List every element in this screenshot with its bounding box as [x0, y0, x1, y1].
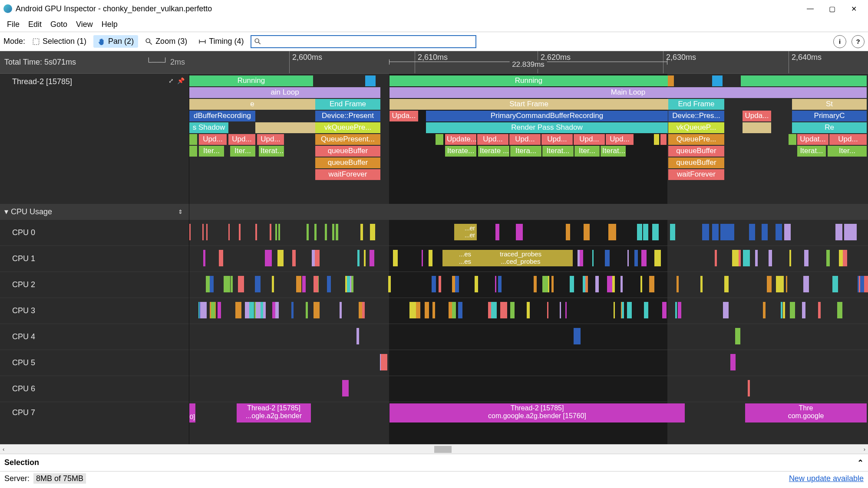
cpu-slice[interactable]: [662, 302, 667, 318]
cpu4-header[interactable]: CPU 4: [0, 324, 189, 350]
trace-slice[interactable]: [365, 75, 376, 86]
cpu-slice[interactable]: [565, 302, 567, 318]
cpu-slice[interactable]: [270, 224, 271, 240]
cpu-slice[interactable]: [713, 224, 719, 240]
cpu-slice[interactable]: [763, 302, 766, 318]
cpu5-header[interactable]: CPU 5: [0, 350, 189, 376]
timeline-content[interactable]: RunningRunningain LoopMain LoopeEnd Fram…: [189, 74, 868, 444]
cpu-slice[interactable]: [578, 250, 580, 266]
cpu-slice[interactable]: [265, 250, 272, 266]
cpu-slice[interactable]: [231, 276, 233, 292]
cpu-lane[interactable]: [189, 276, 868, 294]
trace-slice[interactable]: Upd...: [228, 134, 255, 145]
collapse-icon[interactable]: ⤢: [168, 77, 174, 84]
expand-icon[interactable]: ⇕: [178, 209, 183, 215]
cpu7-header[interactable]: CPU 7: [0, 402, 189, 423]
trace-slice[interactable]: Render Pass Shadow: [426, 122, 668, 133]
cpu-slice[interactable]: [256, 302, 261, 318]
mode-zoom[interactable]: Zoom (3): [141, 35, 191, 48]
cpu-usage-section[interactable]: ▾CPU Usage ⇕: [0, 204, 189, 219]
cpu-slice[interactable]: [640, 276, 642, 292]
horizontal-scrollbar[interactable]: ‹ ›: [0, 444, 868, 454]
cpu-slice[interactable]: [302, 276, 306, 292]
trace-slice[interactable]: [668, 75, 674, 86]
trace-slice[interactable]: [660, 134, 667, 145]
cpu-slice[interactable]: [296, 276, 301, 292]
mode-selection[interactable]: Selection (1): [28, 35, 91, 48]
help-button[interactable]: ?: [851, 35, 865, 48]
cpu-slice[interactable]: [202, 224, 204, 240]
trace-slice[interactable]: QueuePre...: [668, 134, 724, 145]
cpu-slice[interactable]: [802, 302, 805, 318]
cpu-slice[interactable]: [314, 224, 317, 240]
cpu-slice[interactable]: [700, 276, 703, 292]
cpu-slice[interactable]: [605, 250, 610, 266]
trace-slice[interactable]: waitForever: [315, 169, 380, 180]
menu-goto[interactable]: Goto: [47, 18, 71, 31]
cpu-slice-labeled[interactable]: Threcom.google: [745, 403, 867, 422]
trace-slice[interactable]: Running: [389, 75, 668, 86]
cpu-slice[interactable]: [542, 276, 548, 292]
trace-slice[interactable]: PrimaryC: [792, 111, 867, 121]
cpu-slice[interactable]: [475, 276, 478, 292]
trace-slice[interactable]: QueuePresent...: [315, 134, 380, 145]
cpu-slice[interactable]: [388, 276, 391, 292]
scroll-left-icon[interactable]: ‹: [3, 446, 4, 452]
trace-slice[interactable]: Start Frame: [389, 99, 668, 110]
cpu-slice[interactable]: [425, 302, 429, 318]
menu-file[interactable]: File: [3, 18, 23, 31]
cpu-slice[interactable]: [275, 224, 277, 240]
trace-slice[interactable]: [741, 75, 867, 86]
cpu-slice[interactable]: [586, 276, 587, 292]
cpu-slice[interactable]: [350, 276, 351, 292]
cpu-slice[interactable]: [649, 276, 654, 292]
trace-slice[interactable]: Iterat...: [797, 146, 826, 157]
update-link[interactable]: New update available: [789, 474, 864, 483]
cpu-slice[interactable]: [491, 302, 497, 318]
cpu-slice[interactable]: [340, 302, 342, 318]
maximize-button[interactable]: ▢: [821, 2, 843, 16]
cpu-slice[interactable]: [292, 250, 296, 266]
cpu-slice[interactable]: [803, 276, 809, 292]
cpu-slice[interactable]: [422, 250, 423, 266]
trace-slice[interactable]: Upd...: [509, 134, 541, 145]
trace-slice[interactable]: ain Loop: [189, 87, 380, 98]
cpu-slice[interactable]: [844, 250, 846, 266]
cpu-slice[interactable]: [498, 276, 502, 292]
cpu-slice[interactable]: [675, 302, 677, 318]
cpu-slice[interactable]: [500, 302, 507, 318]
cpu-slice[interactable]: [360, 224, 363, 240]
cpu-slice[interactable]: [200, 302, 207, 318]
cpu-slice[interactable]: [832, 276, 838, 292]
time-ruler[interactable]: Total Time: 5s071ms └──┘ 2ms 2,600ms 2,6…: [0, 51, 868, 74]
close-button[interactable]: ✕: [843, 2, 865, 16]
trace-slice[interactable]: Update...: [445, 134, 476, 145]
cpu-slice[interactable]: [678, 302, 681, 318]
trace-slice[interactable]: Upd...: [606, 134, 634, 145]
cpu-slice[interactable]: [238, 276, 244, 292]
trace-slice[interactable]: Running: [189, 75, 313, 86]
cpu-slice-labeled[interactable]: ...es...estraced_probes...ced_probes: [442, 250, 573, 266]
cpu-slice[interactable]: [724, 276, 729, 292]
trace-slice[interactable]: queueBuffer: [315, 146, 380, 157]
cpu0-header[interactable]: CPU 0: [0, 219, 189, 246]
cpu-slice[interactable]: [342, 380, 349, 396]
trace-slice[interactable]: Device::Present: [315, 111, 380, 121]
trace-slice[interactable]: Iterat...: [601, 146, 626, 157]
cpu-slice[interactable]: [206, 276, 210, 292]
cpu-slice[interactable]: [620, 276, 623, 292]
cpu-slice[interactable]: [769, 250, 772, 266]
trace-slice[interactable]: Iter...: [230, 146, 255, 157]
trace-slice[interactable]: Upd...: [574, 134, 605, 145]
trace-slice[interactable]: e: [189, 99, 315, 110]
cpu-slice[interactable]: [723, 302, 729, 318]
trace-slice[interactable]: Itera...: [510, 146, 541, 157]
cpu-slice[interactable]: [429, 250, 432, 266]
cpu-slice[interactable]: [228, 224, 230, 240]
chevron-up-icon[interactable]: ⌃: [857, 458, 864, 468]
cpu-slice[interactable]: [776, 224, 782, 240]
cpu-slice[interactable]: [715, 250, 717, 266]
mode-timing[interactable]: Timing (4): [194, 35, 248, 48]
cpu-slice[interactable]: [608, 224, 613, 240]
cpu-slice[interactable]: [527, 302, 530, 318]
